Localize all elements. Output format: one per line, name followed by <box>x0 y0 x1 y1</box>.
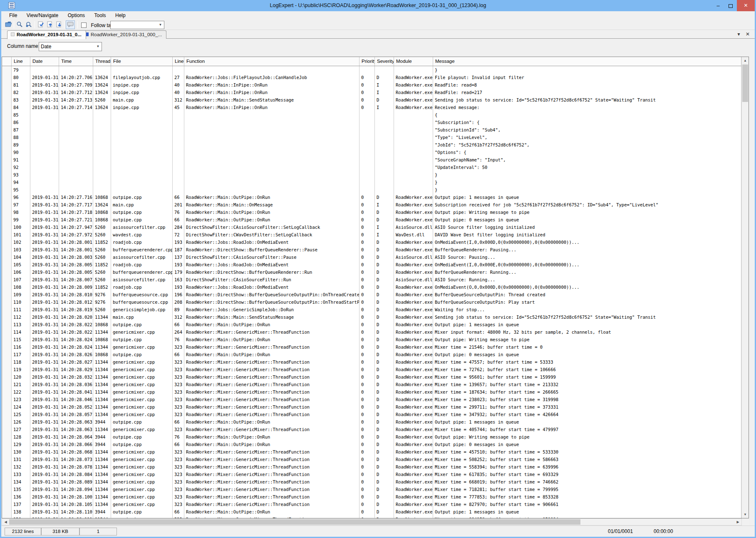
log-row[interactable]: 992019-01-3114:20:27.72110868outpipe.cpp… <box>2 216 741 223</box>
search-button[interactable] <box>15 20 24 29</box>
log-row[interactable]: 1072019-01-3114:20:28.0075260asiosourcef… <box>2 276 741 283</box>
horizontal-scrollbar[interactable]: ◀ ▶ <box>2 518 742 526</box>
follow-tail-checkbox[interactable] <box>81 22 87 28</box>
log-row[interactable]: 842019-01-3114:20:27.71413624inpipe.cpp4… <box>2 104 741 111</box>
log-row[interactable]: 1242019-01-3114:20:28.05211344genericmix… <box>2 403 741 411</box>
log-row[interactable]: 1172019-01-3114:20:28.02610868outpipe.cp… <box>2 351 741 358</box>
log-row[interactable]: 812019-01-3114:20:27.70913624inpipe.cpp4… <box>2 81 741 89</box>
log-row[interactable]: 1052019-01-3114:20:28.00511852roadjob.cp… <box>2 261 741 268</box>
log-row[interactable]: 1272019-01-3114:20:28.06311344genericmix… <box>2 426 741 433</box>
log-row[interactable]: 822019-01-3114:20:27.71213624inpipe.cpp4… <box>2 89 741 96</box>
log-row[interactable]: 1042019-01-3114:20:28.0035260asiosourcef… <box>2 253 741 261</box>
log-row[interactable]: 1062019-01-3114:20:28.0055260bufferqueue… <box>2 268 741 276</box>
follow-tail-toggle[interactable]: Follow tail <box>81 21 113 29</box>
log-row[interactable]: 1282019-01-3114:20:28.0643944outpipe.cpp… <box>2 433 741 441</box>
log-row[interactable]: 90"Options": { <box>2 149 741 156</box>
log-row[interactable]: 1312019-01-3114:20:28.07311344genericmix… <box>2 456 741 463</box>
log-row[interactable]: 1182019-01-3114:20:28.02711344genericmix… <box>2 358 741 366</box>
log-row[interactable]: 79} <box>2 66 741 74</box>
log-row[interactable]: 1342019-01-3114:20:28.08911344genericmix… <box>2 478 741 486</box>
log-row[interactable]: 89"JobId": "5c52f61b7f27f52d8c6f6752", <box>2 141 741 149</box>
column-header-message[interactable]: Message <box>433 57 741 66</box>
tab-list-dropdown-icon[interactable]: ▾ <box>738 31 740 37</box>
log-row[interactable]: 1332019-01-3114:20:28.08411344genericmix… <box>2 471 741 478</box>
log-row[interactable]: 1372019-01-3114:20:28.10511344genericmix… <box>2 501 741 508</box>
scroll-right-icon[interactable]: ▶ <box>734 519 741 525</box>
log-row[interactable]: 1082019-01-3114:20:28.00911852roadjob.cp… <box>2 283 741 291</box>
log-row[interactable]: 962019-01-3114:20:27.71610868outpipe.cpp… <box>2 193 741 201</box>
log-row[interactable]: 93} <box>2 171 741 179</box>
log-row[interactable]: 1362019-01-3114:20:28.10011344genericmix… <box>2 493 741 501</box>
log-row[interactable]: 1382019-01-3114:20:28.1103944outpipe.cpp… <box>2 508 741 516</box>
log-row[interactable]: 832019-01-3114:20:27.7135260main.cpp312R… <box>2 96 741 104</box>
column-name-combobox[interactable]: Date ▼ <box>39 42 102 51</box>
open-file-button[interactable] <box>4 20 13 29</box>
menu-tools[interactable]: Tools <box>91 11 110 20</box>
minimize-button[interactable]: – <box>712 0 724 11</box>
log-row[interactable]: 1352019-01-3114:20:28.09411344genericmix… <box>2 486 741 493</box>
bookmark-toggle-button[interactable] <box>36 20 45 29</box>
menu-help[interactable]: Help <box>112 11 129 20</box>
column-header-line[interactable]: Line <box>12 57 30 66</box>
column-header-thread[interactable]: Thread <box>93 57 111 66</box>
log-row[interactable]: 1112019-01-3114:20:28.0195260genericsimp… <box>2 306 741 313</box>
log-row[interactable]: 1032019-01-3114:20:28.0015260bufferqueue… <box>2 246 741 253</box>
log-row[interactable]: 1302019-01-3114:20:28.06811344genericmix… <box>2 448 741 456</box>
bookmark-next-button[interactable] <box>55 20 64 29</box>
log-row[interactable]: 1162019-01-3114:20:28.02411344genericmix… <box>2 343 741 351</box>
log-row[interactable]: 982019-01-3114:20:27.71810868outpipe.cpp… <box>2 208 741 216</box>
menu-view-navigate[interactable]: View/Navigate <box>23 11 62 20</box>
log-row[interactable]: 1102019-01-3114:20:28.0129276bufferqueue… <box>2 298 741 306</box>
bookmark-prev-button[interactable] <box>45 20 55 29</box>
tab-roadworker-active[interactable]: RoadWorker_2019-01-31_0... <box>7 30 86 39</box>
log-row[interactable]: 88"Type": "LiveLevel", <box>2 134 741 141</box>
log-row[interactable]: 86"Subscription": { <box>2 119 741 126</box>
log-row[interactable]: 1152019-01-3114:20:28.02410868outpipe.cp… <box>2 336 741 343</box>
column-header-file-line[interactable]: Line <box>173 57 184 66</box>
log-row[interactable]: 1322019-01-3114:20:28.07811344genericmix… <box>2 463 741 471</box>
column-header-file[interactable]: File <box>111 57 173 66</box>
menu-options[interactable]: Options <box>64 11 89 20</box>
comment-button[interactable] <box>66 20 75 29</box>
log-row[interactable]: 972019-01-3114:20:27.71713624main.cpp201… <box>2 201 741 208</box>
menu-file[interactable]: File <box>5 11 21 20</box>
scroll-up-icon[interactable]: ▲ <box>742 57 749 64</box>
log-row[interactable]: 1142019-01-3114:20:28.02211344genericmix… <box>2 328 741 336</box>
scroll-left-icon[interactable]: ◀ <box>2 519 9 525</box>
log-row[interactable]: 1122019-01-3114:20:28.02011344main.cpp31… <box>2 313 741 321</box>
log-row[interactable]: 1202019-01-3114:20:28.03211344genericmix… <box>2 373 741 381</box>
log-row[interactable]: 87"SubscriptionId": "Sub4", <box>2 126 741 134</box>
log-row[interactable]: 1092019-01-3114:20:28.0109276bufferqueue… <box>2 291 741 298</box>
column-header-priority[interactable]: Priority <box>359 57 375 66</box>
search-settings-button[interactable] <box>24 20 33 29</box>
log-row[interactable]: 1292019-01-3114:20:28.0663944outpipe.cpp… <box>2 441 741 448</box>
column-header-severity[interactable]: Severity <box>375 57 394 66</box>
horizontal-scrollbar-thumb[interactable] <box>9 519 580 525</box>
column-header-function[interactable]: Function <box>184 57 359 66</box>
log-row[interactable]: 1012019-01-3114:20:27.9725260wavdest.cpp… <box>2 231 741 238</box>
toolbar-filter-combobox[interactable]: ▼ <box>110 21 164 29</box>
log-row[interactable]: 91"SourceGraphName": "Input", <box>2 156 741 164</box>
log-row[interactable]: 1262019-01-3114:20:28.0633944outpipe.cpp… <box>2 418 741 426</box>
tab-close-icon[interactable]: ✕ <box>746 31 750 37</box>
log-row[interactable]: 802019-01-3114:20:27.70613624fileplayout… <box>2 74 741 81</box>
log-row[interactable]: 1132019-01-3114:20:28.02210868outpipe.cp… <box>2 321 741 328</box>
log-row[interactable]: 1192019-01-3114:20:28.02911344genericmix… <box>2 366 741 373</box>
log-row[interactable]: 1232019-01-3114:20:28.04611344genericmix… <box>2 396 741 403</box>
log-row[interactable]: 94} <box>2 179 741 186</box>
vertical-scrollbar-thumb[interactable] <box>742 64 748 102</box>
close-button[interactable]: ✕ <box>737 0 755 11</box>
log-row[interactable]: 1252019-01-3114:20:28.05711344genericmix… <box>2 411 741 418</box>
tab-roadworker-inactive[interactable]: RoadWorker_2019-01-31_000_... <box>81 30 166 39</box>
log-row[interactable]: 95} <box>2 186 741 193</box>
maximize-button[interactable] <box>724 0 737 11</box>
column-header-date[interactable]: Date <box>30 57 59 66</box>
vertical-scrollbar[interactable]: ▲ ▼ <box>741 57 749 518</box>
log-row[interactable]: 85{ <box>2 111 741 119</box>
column-header-time[interactable]: Time <box>59 57 93 66</box>
log-row[interactable]: 1022019-01-3114:20:28.00111852roadjob.cp… <box>2 238 741 246</box>
log-row[interactable]: 1222019-01-3114:20:28.04111344genericmix… <box>2 388 741 396</box>
log-row[interactable]: 1002019-01-3114:20:27.9475260asiosourcef… <box>2 223 741 231</box>
log-row[interactable]: 1392019-01-3114:20:28.11111344genericmix… <box>2 516 741 518</box>
log-row[interactable]: 1212019-01-3114:20:28.03611344genericmix… <box>2 381 741 388</box>
